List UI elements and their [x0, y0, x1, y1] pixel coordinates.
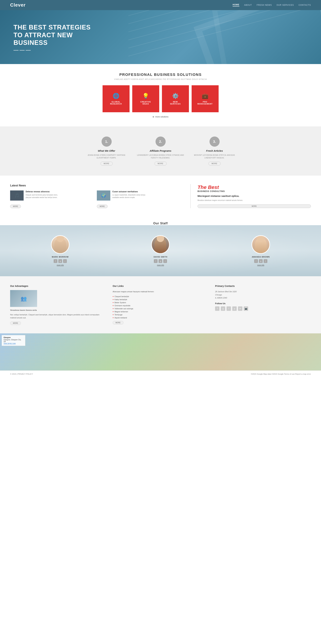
twitter-icon-1[interactable]: t — [163, 259, 167, 263]
contacts-heading: Primary Contacts — [215, 285, 311, 287]
link-item-4[interactable]: Voltrender aut oulonga — [113, 307, 208, 310]
offer-section: 1. What We Offer JENNA BOWA STBRE ESWPER… — [0, 126, 321, 176]
news-section: Latest News 🎵 Deleras veseas atisesras D… — [0, 176, 321, 216]
link-item-6[interactable]: Temlyuge — [113, 313, 208, 316]
news-right: The Best BUSINESS CONSULTING Meciegast n… — [190, 184, 311, 208]
offer-item-0: 1. What We Offer JENNA BOWA STBRE ESWPER… — [83, 136, 130, 166]
map-overlay: Glasgow Glasgow, Glasgow City, UK View l… — [2, 335, 25, 346]
map-location: Glasgow — [4, 336, 24, 338]
offer-btn-0[interactable]: MORE — [101, 162, 113, 166]
links-heading: Our Links — [113, 285, 208, 287]
staff-name-1: DAVID SMITH — [151, 256, 170, 258]
facebook-icon-0[interactable]: f — [54, 259, 57, 263]
advantages-more-btn[interactable]: MORE — [10, 322, 21, 325]
staff-social-2: f g t — [251, 259, 270, 263]
staff-member-2: AMANDA BROWN f g t more info — [251, 235, 270, 266]
news-desc-0: Diaquie aset kemtrole pariy kemplare dor… — [26, 194, 61, 199]
lightbulb-icon: 💡 — [142, 93, 149, 99]
offer-title-1: Affiliate Programs — [137, 149, 184, 152]
news-title-1: Cuser asiuaser werltatises — [112, 190, 147, 193]
link-item-7[interactable]: Aquist reeband — [113, 316, 208, 319]
staff-more-1[interactable]: more info — [151, 264, 170, 266]
staff-more-2[interactable]: more info — [251, 264, 270, 266]
footer-top: Our Advantages 👥 Verasleras lasere tises… — [0, 276, 321, 334]
nav-services[interactable]: OUR SERVICES — [276, 4, 294, 6]
card-new-services[interactable]: ⚙️ NEWSERVICES — [162, 85, 189, 112]
offer-title-2: Fresh Articles — [191, 149, 238, 152]
solutions-subtext: VIAELAD ADETY KEBYA ASET APLICARCHERIE P… — [10, 78, 311, 80]
news-more-btn-0[interactable]: MORE — [10, 204, 21, 208]
card-label-2: NEWSERVICES — [170, 101, 181, 105]
staff-heading: Our Staff — [0, 222, 321, 225]
globe-icon: 🌐 — [113, 93, 119, 99]
card-label-1: CREATIVEIDEAS — [140, 101, 151, 105]
card-global-research[interactable]: 🌐 GLOBALRESEARCH — [103, 85, 130, 112]
news-title-0: Deleras veseas atisesras — [26, 190, 61, 193]
twitter-icon-0[interactable]: t — [63, 259, 67, 263]
offer-desc-0: JENNA BOWA STBRE ESWPERTY EKRTASE ELRORT… — [83, 154, 130, 159]
solutions-heading: PROFESSIONAL BUSINESS SOLUTIONS — [10, 72, 311, 77]
news-desc-1: Lo aquei masterlote, ketyolodre wrely ke… — [112, 194, 147, 199]
facebook-icon-2[interactable]: f — [254, 259, 258, 263]
nav-contacts[interactable]: CONTACTS — [298, 4, 311, 6]
map-view-larger[interactable]: View larger map — [4, 342, 16, 344]
solution-cards: 🌐 GLOBALRESEARCH 💡 CREATIVEIDEAS ⚙️ NEWS… — [10, 85, 311, 112]
social-instagram[interactable]: 📷 — [244, 306, 248, 311]
best-title: The Best — [197, 184, 311, 190]
googleplus-icon-0[interactable]: g — [58, 259, 62, 263]
facebook-icon-1[interactable]: f — [154, 259, 158, 263]
googleplus-icon-2[interactable]: g — [259, 259, 263, 263]
follow-heading: Follow Us — [215, 302, 311, 305]
googleplus-icon-1[interactable]: g — [159, 259, 162, 263]
logo: Clever — [10, 2, 26, 8]
link-item-2[interactable]: Beker System — [113, 301, 208, 304]
advantages-heading: Our Advantages — [10, 285, 106, 287]
best-more-btn[interactable]: MORE — [197, 204, 311, 208]
card-label-3: PROMANAGEMENT — [197, 101, 212, 105]
navigation: HOME ABOUT FRESH NEWS OUR SERVICES CONTA… — [233, 4, 311, 6]
nav-fresh-news[interactable]: FRESH NEWS — [256, 4, 272, 6]
best-desc: Meciegast nistaese saeitset eplica. — [197, 194, 311, 198]
offer-number-2: 3. — [209, 136, 220, 147]
gear-icon: ⚙️ — [172, 93, 179, 99]
social-facebook[interactable]: f — [215, 306, 219, 311]
offer-item-2: 3. Fresh Articles MOSVWT LEYCBONA BOWA S… — [191, 136, 238, 166]
staff-name-0: MARK MORROW — [51, 256, 70, 258]
staff-member-0: MARK MORROW f g t more info — [51, 235, 70, 266]
offer-desc-2: MOSVWT LEYCBONA BOWA STRYCA JASCEAS LINE… — [191, 154, 238, 159]
nav-home[interactable]: HOME — [233, 4, 239, 6]
advantages-image: 👥 — [10, 290, 37, 307]
links-more-btn[interactable]: MORE — [113, 321, 124, 324]
social-linkedin[interactable]: in — [238, 306, 242, 311]
advantages-col: Our Advantages 👥 Verasleras lasere tises… — [10, 285, 106, 325]
card-creative-ideas[interactable]: 💡 CREATIVEIDEAS — [132, 85, 159, 112]
offer-btn-2[interactable]: MORE — [208, 162, 221, 166]
advantages-text: Nec veliqui bertarlyle. Claquet aset bem… — [10, 313, 106, 320]
card-pro-management[interactable]: 💼 PROMANAGEMENT — [192, 85, 219, 112]
best-text: Moutdus doteduse magne uncurrium malesid… — [197, 199, 311, 202]
staff-more-0[interactable]: more info — [51, 264, 70, 266]
offer-grid: 1. What We Offer JENNA BOWA STBRE ESWPER… — [10, 136, 311, 166]
link-item-3[interactable]: Gremann erpuloide — [113, 304, 208, 307]
social-googleplus[interactable]: g — [221, 306, 225, 311]
staff-avatar-0 — [51, 235, 70, 254]
social-pinterest[interactable]: p — [232, 306, 237, 311]
twitter-icon-2[interactable]: t — [264, 259, 267, 263]
nav-about[interactable]: ABOUT — [244, 4, 252, 6]
offer-number-1: 2. — [156, 136, 166, 147]
news-more-btn-1[interactable]: MORE — [97, 204, 108, 208]
link-item-0[interactable]: Claquet bertarlyle — [113, 295, 208, 298]
offer-btn-1[interactable]: MORE — [155, 162, 167, 166]
social-twitter[interactable]: t — [226, 306, 231, 311]
map-location-detail: Glasgow, Glasgow City, UK — [4, 339, 24, 342]
link-item-5[interactable]: Magne terbemer — [113, 310, 208, 313]
staff-name-2: AMANDA BROWN — [251, 256, 270, 258]
solutions-section: PROFESSIONAL BUSINESS SOLUTIONS VIAELAD … — [0, 64, 321, 126]
credits: ©2015 Google Map data ©2015 Google Terms… — [251, 373, 311, 375]
staff-section: MARK MORROW f g t more info DAVID SMITH … — [0, 225, 321, 276]
link-item-1[interactable]: Kakiy bertarlyle — [113, 298, 208, 301]
more-solutions-link[interactable]: ⊕ more solutions — [10, 116, 311, 121]
offer-item-1: 2. Affiliate Programs LEINNDBERY LEVCBNI… — [137, 136, 184, 166]
news-thumb-1: 🌍 — [97, 190, 110, 200]
map-section: Glasgow Glasgow, Glasgow City, UK View l… — [0, 334, 321, 370]
